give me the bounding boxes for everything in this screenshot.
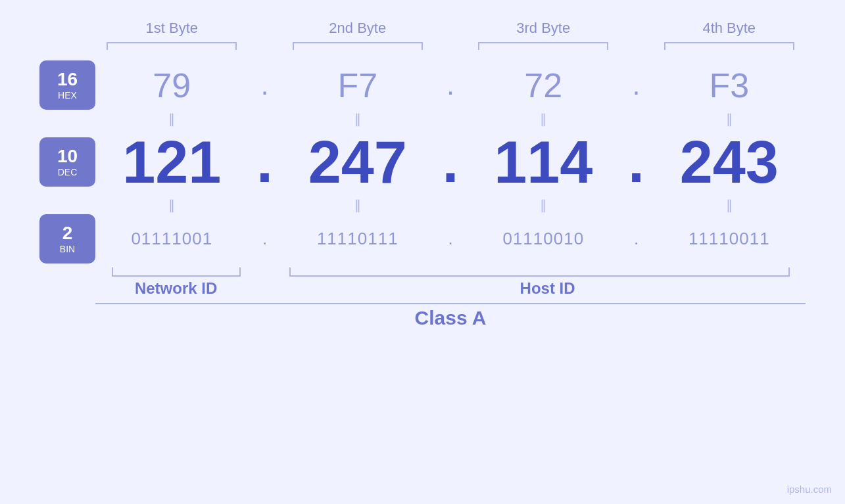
class-line-row [39,303,806,304]
main-container: 1st Byte 2nd Byte 3rd Byte 4th Byte [0,0,845,504]
hex-val4: F3 [709,66,749,105]
host-id-label: Host ID [520,279,575,298]
bin-val3: 01110010 [502,229,584,249]
hex-val3: 72 [524,66,562,105]
bin-val2: 11110111 [317,229,398,249]
network-id-label: Network ID [135,279,217,298]
dec-val4: 243 [680,133,779,192]
bin-val4: 11110011 [688,229,770,249]
top-brackets [39,42,806,50]
id-labels-row: Network ID Host ID [39,279,806,298]
dec-val1: 121 [122,133,221,192]
bottom-brackets-row [39,267,806,277]
hex-row: 16 HEX 79 . F7 . 72 . F3 [39,60,806,110]
byte3-header: 3rd Byte [467,20,620,37]
bin-val1: 01111001 [131,229,212,249]
dec-val3: 114 [494,133,592,192]
byte4-header: 4th Byte [653,20,806,37]
byte1-header: 1st Byte [95,20,249,37]
byte2-header: 2nd Byte [281,20,435,37]
hex-val1: 79 [153,66,191,105]
hex-val2: F7 [337,66,377,105]
class-label-row: Class A [39,307,806,329]
equals-row-1: ∥ ∥ ∥ ∥ [39,111,806,127]
dec-badge: 10 DEC [39,137,95,187]
hex-badge: 16 HEX [39,60,95,110]
bin-row: 2 BIN 01111001 . 11110111 . 01110010 . 1… [39,214,806,263]
class-underline [95,303,806,304]
bin-badge: 2 BIN [39,214,95,263]
class-label: Class A [415,307,487,329]
byte-headers-row: 1st Byte 2nd Byte 3rd Byte 4th Byte [39,20,806,37]
dec-val2: 247 [308,133,407,192]
dec-row: 10 DEC 121 . 247 . 114 . 243 [39,128,806,196]
watermark: ipshu.com [787,484,832,495]
equals-row-2: ∥ ∥ ∥ ∥ [39,197,806,213]
